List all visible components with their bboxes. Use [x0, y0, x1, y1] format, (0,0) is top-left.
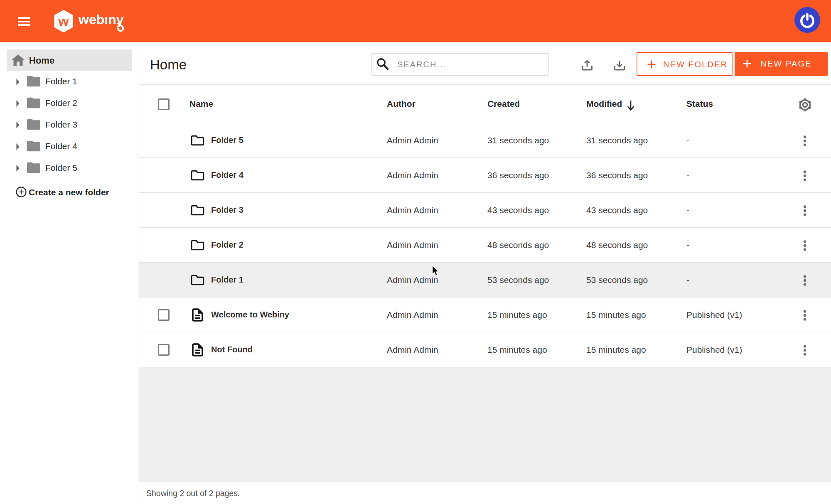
svg-text:w: w: [58, 14, 69, 29]
